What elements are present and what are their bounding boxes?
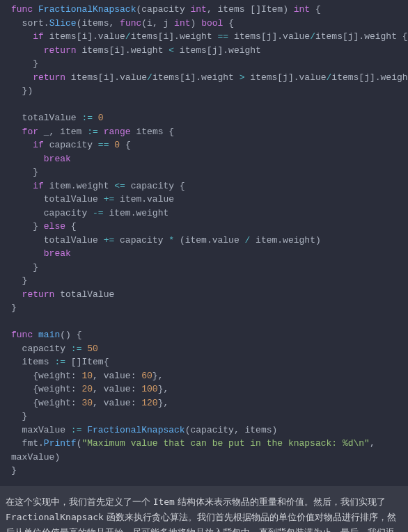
desc-text: 结构体来表示物品的重量和价值。然后，我们实现了 <box>175 497 386 507</box>
description-paragraph: 在这个实现中，我们首先定义了一个 Item 结构体来表示物品的重量和价值。然后，… <box>0 486 408 533</box>
keyword-func: func <box>11 4 33 15</box>
function-name: FractionalKnapsack <box>38 4 136 15</box>
desc-text: 在这个实现中，我们首先定义了一个 <box>6 497 153 507</box>
inline-code-item: Item <box>153 497 175 507</box>
inline-code-fn: FractionalKnapsack <box>6 512 104 522</box>
code-block: func FractionalKnapsack(capacity int, it… <box>0 0 408 486</box>
